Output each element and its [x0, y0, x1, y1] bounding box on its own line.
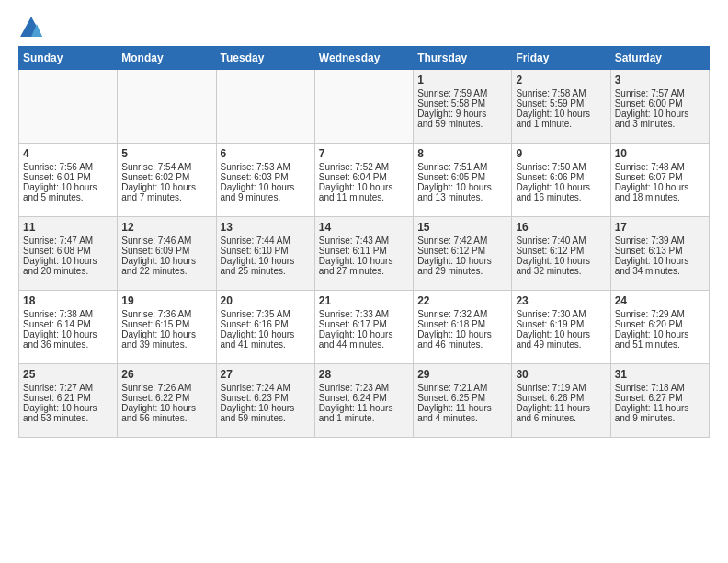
cell-line: Daylight: 11 hours: [516, 403, 606, 413]
day-number: 10: [615, 147, 705, 160]
cell-line: Sunset: 5:58 PM: [417, 98, 507, 109]
cell-line: and 9 minutes.: [221, 192, 311, 202]
calendar-cell: [314, 70, 413, 144]
calendar-week-2: 4Sunrise: 7:56 AMSunset: 6:01 PMDaylight…: [19, 144, 710, 217]
header-tuesday: Tuesday: [216, 47, 314, 70]
cell-line: Sunrise: 7:35 AM: [221, 309, 311, 319]
day-number: 31: [615, 368, 705, 381]
cell-line: Sunset: 6:12 PM: [417, 246, 507, 256]
calendar-cell: 14Sunrise: 7:43 AMSunset: 6:11 PMDayligh…: [314, 217, 413, 291]
calendar-header: SundayMondayTuesdayWednesdayThursdayFrid…: [19, 47, 710, 70]
cell-line: Daylight: 10 hours: [615, 256, 705, 266]
cell-line: Daylight: 10 hours: [221, 182, 311, 192]
cell-line: Sunrise: 7:18 AM: [615, 383, 705, 393]
cell-line: Daylight: 10 hours: [23, 329, 113, 339]
cell-line: Daylight: 10 hours: [221, 403, 311, 413]
cell-line: Sunrise: 7:27 AM: [23, 383, 113, 393]
day-number: 18: [23, 294, 113, 307]
calendar-cell: 26Sunrise: 7:26 AMSunset: 6:22 PMDayligh…: [118, 364, 216, 438]
header-saturday: Saturday: [610, 47, 709, 70]
cell-line: Daylight: 10 hours: [516, 182, 606, 192]
cell-line: Daylight: 10 hours: [23, 182, 113, 192]
cell-line: Daylight: 10 hours: [516, 109, 606, 119]
day-number: 25: [23, 368, 113, 381]
day-number: 12: [121, 221, 211, 234]
day-number: 7: [319, 147, 409, 160]
cell-line: Sunrise: 7:23 AM: [319, 383, 409, 393]
day-number: 5: [121, 147, 211, 160]
day-number: 21: [319, 294, 409, 307]
day-number: 13: [221, 221, 311, 234]
day-number: 6: [221, 147, 311, 160]
cell-line: Sunset: 6:24 PM: [319, 393, 409, 403]
cell-line: Sunrise: 7:21 AM: [417, 383, 507, 393]
calendar-cell: 1Sunrise: 7:59 AMSunset: 5:58 PMDaylight…: [414, 70, 512, 144]
calendar-cell: 27Sunrise: 7:24 AMSunset: 6:23 PMDayligh…: [216, 364, 314, 438]
cell-line: Sunrise: 7:40 AM: [516, 236, 606, 246]
cell-line: and 59 minutes.: [221, 413, 311, 423]
calendar-cell: 2Sunrise: 7:58 AMSunset: 5:59 PMDaylight…: [512, 70, 610, 144]
cell-line: Sunrise: 7:42 AM: [417, 236, 507, 246]
cell-line: Sunset: 6:03 PM: [221, 172, 311, 182]
calendar-cell: 23Sunrise: 7:30 AMSunset: 6:19 PMDayligh…: [512, 291, 610, 364]
calendar-cell: 18Sunrise: 7:38 AMSunset: 6:14 PMDayligh…: [19, 291, 118, 364]
logo-icon: [18, 15, 44, 40]
cell-line: Sunset: 6:23 PM: [221, 393, 311, 403]
calendar-cell: 30Sunrise: 7:19 AMSunset: 6:26 PMDayligh…: [512, 364, 610, 438]
day-number: 19: [121, 294, 211, 307]
cell-line: Sunset: 6:05 PM: [417, 172, 507, 182]
cell-line: Daylight: 10 hours: [23, 403, 113, 413]
cell-line: Sunrise: 7:53 AM: [221, 162, 311, 172]
cell-line: Sunset: 6:06 PM: [516, 172, 606, 182]
cell-line: Sunset: 6:13 PM: [615, 246, 705, 256]
cell-line: Daylight: 9 hours: [417, 109, 507, 119]
cell-line: and 46 minutes.: [417, 339, 507, 350]
calendar-cell: 11Sunrise: 7:47 AMSunset: 6:08 PMDayligh…: [19, 217, 118, 291]
cell-line: Sunrise: 7:33 AM: [319, 309, 409, 319]
calendar-cell: 15Sunrise: 7:42 AMSunset: 6:12 PMDayligh…: [414, 217, 512, 291]
cell-line: and 32 minutes.: [516, 266, 606, 276]
cell-line: Sunrise: 7:56 AM: [23, 162, 113, 172]
calendar-cell: 10Sunrise: 7:48 AMSunset: 6:07 PMDayligh…: [610, 144, 709, 217]
calendar-week-1: 1Sunrise: 7:59 AMSunset: 5:58 PMDaylight…: [19, 70, 710, 144]
cell-line: and 13 minutes.: [417, 192, 507, 202]
cell-line: Daylight: 10 hours: [417, 329, 507, 339]
calendar-cell: 21Sunrise: 7:33 AMSunset: 6:17 PMDayligh…: [314, 291, 413, 364]
day-number: 4: [23, 147, 113, 160]
cell-line: and 59 minutes.: [417, 119, 507, 129]
day-number: 17: [615, 221, 705, 234]
cell-line: and 4 minutes.: [417, 413, 507, 423]
cell-line: Daylight: 10 hours: [615, 109, 705, 119]
cell-line: Sunset: 6:18 PM: [417, 319, 507, 329]
cell-line: and 1 minute.: [319, 413, 409, 423]
day-number: 27: [221, 368, 311, 381]
calendar-cell: 9Sunrise: 7:50 AMSunset: 6:06 PMDaylight…: [512, 144, 610, 217]
calendar-cell: 25Sunrise: 7:27 AMSunset: 6:21 PMDayligh…: [19, 364, 118, 438]
day-number: 14: [319, 221, 409, 234]
cell-line: Daylight: 10 hours: [417, 256, 507, 266]
cell-line: Sunrise: 7:58 AM: [516, 88, 606, 98]
cell-line: Sunrise: 7:36 AM: [121, 309, 211, 319]
cell-line: Sunrise: 7:32 AM: [417, 309, 507, 319]
calendar-table: SundayMondayTuesdayWednesdayThursdayFrid…: [18, 46, 710, 438]
calendar-cell: [19, 70, 118, 144]
cell-line: Sunrise: 7:19 AM: [516, 383, 606, 393]
cell-line: Daylight: 10 hours: [319, 182, 409, 192]
day-number: 2: [516, 74, 606, 86]
calendar-cell: 13Sunrise: 7:44 AMSunset: 6:10 PMDayligh…: [216, 217, 314, 291]
day-number: 8: [417, 147, 507, 160]
cell-line: Daylight: 10 hours: [319, 329, 409, 339]
day-number: 29: [417, 368, 507, 381]
cell-line: Sunset: 6:15 PM: [121, 319, 211, 329]
calendar-cell: 31Sunrise: 7:18 AMSunset: 6:27 PMDayligh…: [610, 364, 709, 438]
cell-line: and 41 minutes.: [221, 339, 311, 350]
cell-line: Daylight: 10 hours: [121, 256, 211, 266]
cell-line: Daylight: 10 hours: [615, 182, 705, 192]
cell-line: Daylight: 10 hours: [615, 329, 705, 339]
day-number: 1: [417, 74, 507, 86]
day-number: 26: [121, 368, 211, 381]
header-friday: Friday: [512, 47, 610, 70]
calendar-cell: 3Sunrise: 7:57 AMSunset: 6:00 PMDaylight…: [610, 70, 709, 144]
cell-line: Sunset: 6:25 PM: [417, 393, 507, 403]
day-number: 9: [516, 147, 606, 160]
